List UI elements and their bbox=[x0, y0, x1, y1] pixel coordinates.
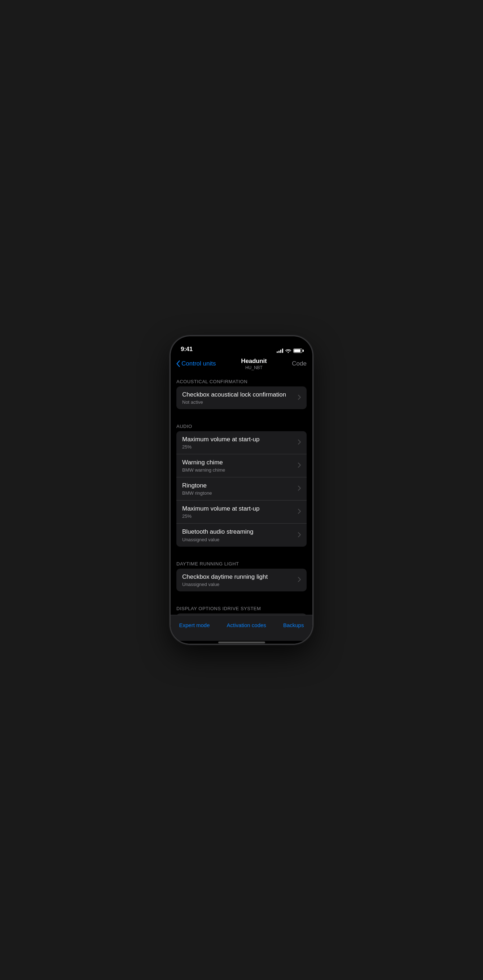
list-item-checkbox-acoustical[interactable]: Checkbox acoustical lock confirmationNot… bbox=[176, 387, 307, 409]
nav-title-group: Headunit HU_NBT bbox=[241, 358, 267, 370]
signal-bars-icon bbox=[276, 348, 283, 353]
list-item-title-max-volume-startup-1: Maximum volume at start-up bbox=[182, 436, 295, 444]
list-item-content-max-volume-startup-1: Maximum volume at start-up25% bbox=[182, 436, 295, 450]
nav-action-button[interactable]: Code bbox=[292, 360, 307, 368]
battery-fill bbox=[294, 349, 300, 352]
section-acoustical-confirmation: ACOUSTICAL CONFIRMATIONCheckbox acoustic… bbox=[171, 372, 312, 409]
chevron-right-icon-warning-chime bbox=[298, 463, 301, 469]
list-item-content-ringtone: RingtoneBMW ringtone bbox=[182, 482, 295, 496]
back-button[interactable]: Control units bbox=[176, 360, 216, 368]
nav-title: Headunit bbox=[241, 358, 267, 365]
signal-bar-4 bbox=[282, 348, 283, 353]
content-area: ACOUSTICAL CONFIRMATIONCheckbox acoustic… bbox=[171, 372, 312, 615]
section-header-audio: AUDIO bbox=[171, 417, 312, 431]
list-item-subtitle-max-volume-startup-1: 25% bbox=[182, 444, 295, 450]
wifi-icon bbox=[285, 348, 291, 353]
nav-subtitle: HU_NBT bbox=[241, 365, 267, 370]
list-item-subtitle-warning-chime: BMW warning chime bbox=[182, 467, 295, 473]
list-item-content-checkbox-daytime: Checkbox daytime running lightUnassigned… bbox=[182, 573, 295, 587]
section-header-daytime-running-light: DAYTIME RUNNING LIGHT bbox=[171, 554, 312, 569]
list-item-title-checkbox-acoustical: Checkbox acoustical lock confirmation bbox=[182, 391, 295, 399]
list-item-title-max-volume-startup-2: Maximum volume at start-up bbox=[182, 505, 295, 513]
section-audio: AUDIOMaximum volume at start-up25%Warnin… bbox=[171, 417, 312, 546]
list-item-subtitle-checkbox-acoustical: Not active bbox=[182, 399, 295, 405]
chevron-right-icon-max-volume-startup-1 bbox=[298, 439, 301, 445]
section-header-display-options: DISPLAY OPTIONS IDRIVE SYSTEM bbox=[171, 598, 312, 613]
list-item-title-checkbox-daytime: Checkbox daytime running light bbox=[182, 573, 295, 581]
list-item-title-ringtone: Ringtone bbox=[182, 482, 295, 490]
battery-icon bbox=[293, 348, 302, 353]
list-item-title-bluetooth-audio: Bluetooth audio streaming bbox=[182, 528, 295, 536]
list-item-ringtone[interactable]: RingtoneBMW ringtone bbox=[176, 477, 307, 501]
list-item-subtitle-checkbox-daytime: Unassigned value bbox=[182, 582, 295, 587]
list-item-max-volume-startup-1[interactable]: Maximum volume at start-up25% bbox=[176, 431, 307, 454]
back-chevron-icon bbox=[176, 361, 180, 367]
status-time: 9:41 bbox=[181, 346, 192, 353]
back-label: Control units bbox=[181, 360, 216, 368]
chevron-right-icon-ringtone bbox=[298, 486, 301, 492]
phone-frame: 9:41 C bbox=[171, 336, 312, 644]
list-item-subtitle-ringtone: BMW ringtone bbox=[182, 490, 295, 496]
section-header-acoustical-confirmation: ACOUSTICAL CONFIRMATION bbox=[171, 372, 312, 387]
section-list-audio: Maximum volume at start-up25%Warning chi… bbox=[176, 431, 307, 546]
section-daytime-running-light: DAYTIME RUNNING LIGHTCheckbox daytime ru… bbox=[171, 554, 312, 592]
list-item-checkbox-daytime[interactable]: Checkbox daytime running lightUnassigned… bbox=[176, 569, 307, 592]
section-list-daytime-running-light: Checkbox daytime running lightUnassigned… bbox=[176, 569, 307, 592]
list-item-title-warning-chime: Warning chime bbox=[182, 458, 295, 466]
tab-backups[interactable]: Backups bbox=[277, 619, 310, 631]
signal-bar-1 bbox=[276, 352, 278, 353]
list-item-bluetooth-audio[interactable]: Bluetooth audio streamingUnassigned valu… bbox=[176, 523, 307, 546]
section-list-acoustical-confirmation: Checkbox acoustical lock confirmationNot… bbox=[176, 387, 307, 409]
list-item-subtitle-max-volume-startup-2: 25% bbox=[182, 514, 295, 519]
nav-bar: Control units Headunit HU_NBT Code bbox=[171, 356, 312, 372]
phone-screen: 9:41 C bbox=[171, 336, 312, 644]
list-item-max-volume-startup-2[interactable]: Maximum volume at start-up25% bbox=[176, 501, 307, 523]
chevron-right-icon-bluetooth-audio bbox=[298, 532, 301, 538]
home-indicator-bar bbox=[218, 641, 265, 643]
tab-activation-codes[interactable]: Activation codes bbox=[221, 619, 272, 631]
signal-bar-2 bbox=[278, 351, 280, 353]
list-item-content-bluetooth-audio: Bluetooth audio streamingUnassigned valu… bbox=[182, 528, 295, 542]
chevron-right-icon-checkbox-daytime bbox=[298, 577, 301, 583]
list-item-content-warning-chime: Warning chimeBMW warning chime bbox=[182, 458, 295, 473]
section-display-options: DISPLAY OPTIONS IDRIVE SYSTEMStart anima… bbox=[171, 598, 312, 615]
list-item-subtitle-bluetooth-audio: Unassigned value bbox=[182, 537, 295, 542]
tab-bar: Expert modeActivation codesBackups bbox=[171, 615, 312, 641]
list-item-warning-chime[interactable]: Warning chimeBMW warning chime bbox=[176, 454, 307, 477]
home-indicator bbox=[171, 641, 312, 644]
list-item-content-max-volume-startup-2: Maximum volume at start-up25% bbox=[182, 505, 295, 519]
status-icons bbox=[276, 348, 302, 353]
list-item-content-checkbox-acoustical: Checkbox acoustical lock confirmationNot… bbox=[182, 391, 295, 405]
chevron-right-icon-checkbox-acoustical bbox=[298, 395, 301, 401]
dynamic-island bbox=[220, 340, 263, 353]
chevron-right-icon-max-volume-startup-2 bbox=[298, 509, 301, 515]
tab-expert-mode[interactable]: Expert mode bbox=[173, 619, 216, 631]
signal-bar-3 bbox=[280, 350, 281, 353]
